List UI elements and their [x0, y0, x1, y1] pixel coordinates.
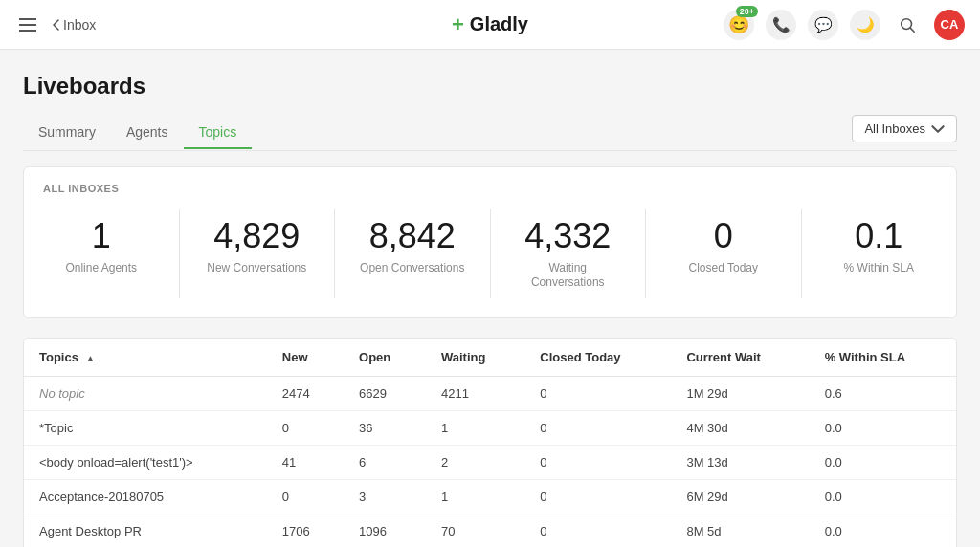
search-icon-btn[interactable] [892, 10, 923, 40]
hamburger-menu[interactable] [15, 14, 40, 35]
nav-left: Inbox [15, 14, 96, 35]
page-title: Liveboards [23, 73, 957, 99]
metric-online-agents: 1 Online Agents [24, 209, 180, 298]
topics-table: Topics ▲ New Open Waiting Closed Today C… [24, 339, 956, 547]
cell-open: 6629 [344, 376, 426, 410]
summary-card: ALL INBOXES 1 Online Agents 4,829 New Co… [23, 166, 957, 318]
chevron-left-icon [52, 19, 59, 31]
table-row: <body onload=alert('test1')>416203M 13d0… [24, 445, 956, 479]
cell-new: 1706 [267, 514, 344, 547]
col-topics[interactable]: Topics ▲ [24, 339, 267, 377]
topics-table-card: Topics ▲ New Open Waiting Closed Today C… [23, 338, 957, 547]
gladly-logo: +Gladly [452, 12, 528, 37]
cell-closed-today: 0 [524, 445, 671, 479]
cell-closed-today: 0 [524, 376, 671, 410]
search-icon [899, 16, 916, 33]
metric-online-agents-label: Online Agents [39, 261, 164, 276]
cell-within-sla: 0.0 [810, 514, 956, 547]
card-section-title: ALL INBOXES [24, 183, 956, 194]
cell-new: 0 [267, 479, 344, 514]
cell-current-wait: 8M 5d [671, 514, 809, 547]
back-to-inbox[interactable]: Inbox [52, 17, 96, 33]
nav-right: 😊 20+ 📞 💬 🌙 CA [724, 10, 965, 40]
metric-new-conversations-value: 4,829 [195, 217, 320, 255]
metric-open-conversations-label: Open Conversations [350, 261, 475, 276]
metric-within-sla-value: 0.1 [817, 217, 942, 255]
cell-current-wait: 6M 29d [671, 479, 809, 514]
col-current-wait: Current Wait [671, 339, 809, 377]
cell-topic: No topic [24, 376, 267, 410]
cell-closed-today: 0 [524, 479, 671, 514]
cell-new: 2474 [267, 376, 344, 410]
cell-topic: *Topic [24, 410, 267, 445]
user-avatar[interactable]: CA [934, 10, 965, 40]
tab-summary[interactable]: Summary [23, 117, 111, 149]
metric-open-conversations: 8,842 Open Conversations [335, 209, 491, 298]
metric-within-sla: 0.1 % Within SLA [802, 209, 957, 298]
nav-logo: +Gladly [452, 12, 528, 37]
cell-open: 1096 [344, 514, 426, 547]
table-row: No topic24746629421101M 29d0.6 [24, 376, 956, 410]
cell-within-sla: 0.6 [810, 376, 956, 410]
cell-current-wait: 3M 13d [671, 445, 809, 479]
cell-waiting: 2 [426, 445, 524, 479]
cell-new: 0 [267, 410, 344, 445]
metric-waiting-conversations: 4,332 WaitingConversations [491, 209, 647, 298]
cell-closed-today: 0 [524, 514, 671, 547]
cell-waiting: 1 [426, 410, 524, 445]
metrics-row: 1 Online Agents 4,829 New Conversations … [24, 209, 956, 298]
table-body: No topic24746629421101M 29d0.6*Topic0361… [24, 376, 956, 547]
cell-waiting: 4211 [426, 376, 524, 410]
cell-within-sla: 0.0 [810, 445, 956, 479]
col-within-sla: % Within SLA [810, 339, 956, 377]
metric-online-agents-value: 1 [39, 217, 164, 255]
col-new: New [267, 339, 344, 377]
sort-arrow-topics: ▲ [86, 353, 96, 363]
cell-open: 36 [344, 410, 426, 445]
cell-current-wait: 1M 29d [671, 376, 809, 410]
tabs-row: Summary Agents Topics All Inboxes [23, 115, 957, 151]
emoji-icon-btn[interactable]: 😊 20+ [724, 10, 754, 40]
cell-closed-today: 0 [524, 410, 671, 445]
cell-within-sla: 0.0 [810, 479, 956, 514]
cell-current-wait: 4M 30d [671, 410, 809, 445]
cell-open: 6 [344, 445, 426, 479]
metric-within-sla-label: % Within SLA [817, 261, 942, 276]
moon-icon-btn[interactable]: 🌙 [850, 10, 880, 40]
cell-topic: <body onload=alert('test1')> [24, 445, 267, 479]
tab-agents[interactable]: Agents [111, 117, 184, 149]
metric-new-conversations-label: New Conversations [195, 261, 320, 276]
cell-open: 3 [344, 479, 426, 514]
top-navigation: Inbox +Gladly 😊 20+ 📞 💬 🌙 CA [0, 0, 980, 50]
logo-plus: + [452, 12, 464, 37]
logo-text: Gladly [470, 13, 528, 35]
tabs: Summary Agents Topics [23, 117, 252, 148]
table-row: *Topic036104M 30d0.0 [24, 410, 956, 445]
metric-open-conversations-value: 8,842 [350, 217, 475, 255]
metric-closed-today: 0 Closed Today [646, 209, 802, 298]
notification-badge: 20+ [736, 6, 758, 17]
tab-topics[interactable]: Topics [184, 117, 253, 149]
metric-closed-today-label: Closed Today [661, 261, 786, 276]
cell-waiting: 1 [426, 479, 524, 514]
metric-closed-today-value: 0 [661, 217, 786, 255]
table-header-row: Topics ▲ New Open Waiting Closed Today C… [24, 339, 956, 377]
col-open: Open [344, 339, 426, 377]
cell-new: 41 [267, 445, 344, 479]
inbox-filter-dropdown[interactable]: All Inboxes [852, 115, 957, 142]
cell-topic: Acceptance-20180705 [24, 479, 267, 514]
chevron-down-icon [931, 122, 945, 136]
cell-waiting: 70 [426, 514, 524, 547]
table-row: Acceptance-2018070503106M 29d0.0 [24, 479, 956, 514]
col-waiting: Waiting [426, 339, 524, 377]
svg-line-1 [910, 28, 914, 32]
phone-icon-btn[interactable]: 📞 [766, 10, 796, 40]
metric-new-conversations: 4,829 New Conversations [180, 209, 336, 298]
inbox-filter-label: All Inboxes [864, 121, 925, 136]
main-content: Liveboards Summary Agents Topics All Inb… [0, 50, 980, 547]
cell-topic: Agent Desktop PR [24, 514, 267, 547]
back-label: Inbox [63, 17, 96, 33]
metric-waiting-conversations-value: 4,332 [506, 217, 631, 255]
chat-icon-btn[interactable]: 💬 [808, 10, 838, 40]
cell-within-sla: 0.0 [810, 410, 956, 445]
